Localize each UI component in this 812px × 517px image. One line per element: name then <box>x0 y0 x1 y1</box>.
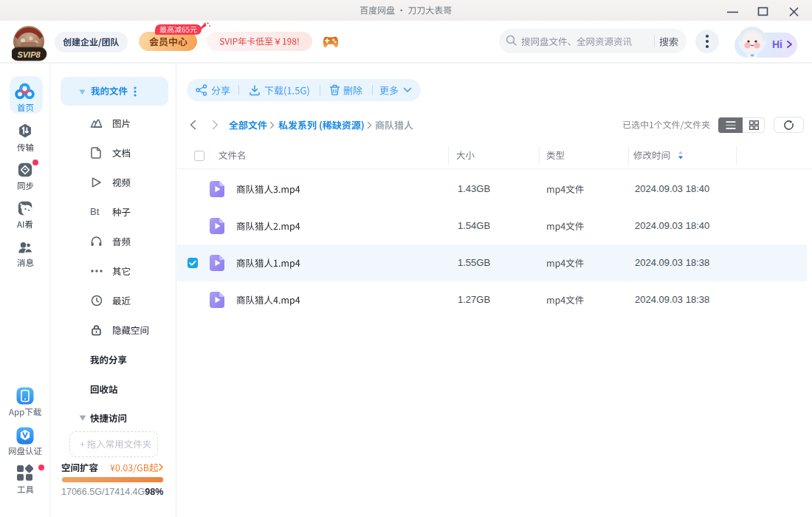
svg-text:SVIP8: SVIP8 <box>17 50 41 59</box>
